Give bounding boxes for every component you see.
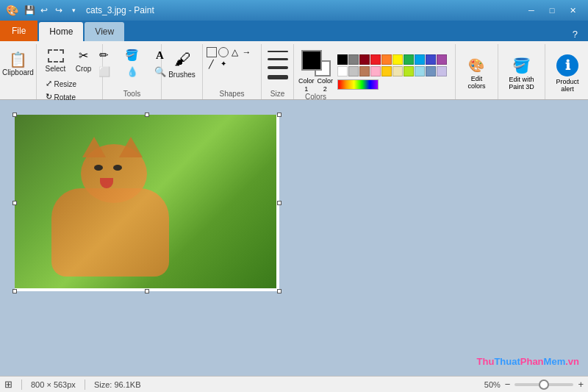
handle-top-left[interactable] — [12, 113, 17, 117]
handle-top-right[interactable] — [277, 113, 282, 117]
canvas-wrapper[interactable] — [15, 115, 279, 291]
zoom-out-btn[interactable]: − — [505, 379, 511, 390]
palette-color[interactable] — [415, 54, 425, 65]
size-content — [266, 46, 290, 88]
color-picker-btn[interactable]: 💧 — [119, 65, 146, 79]
save-quick-btn[interactable]: 💾 — [23, 4, 36, 17]
handle-bottom-right[interactable] — [277, 289, 282, 293]
color1-num: 1 — [304, 85, 308, 93]
color-picker-icon: 💧 — [126, 66, 138, 77]
product-alert-btn[interactable]: ℹ Productalert — [550, 51, 584, 96]
edit-colors-btn[interactable]: 🎨 Editcolors — [463, 56, 490, 91]
palette-color[interactable] — [337, 54, 348, 65]
brushes-btn[interactable]: 🖌 Brushes — [165, 46, 200, 84]
edit-colors-group: 🎨 Editcolors — [456, 44, 498, 99]
size-line-3[interactable] — [268, 66, 288, 69]
eraser-btn[interactable]: ⬜ — [91, 65, 118, 79]
edit-colors-label: Editcolors — [467, 75, 485, 90]
clipboard-content: 📋 Clipboard — [1, 46, 36, 98]
palette-color[interactable] — [392, 66, 403, 76]
palette-color[interactable] — [404, 54, 414, 65]
handle-mid-right[interactable] — [277, 201, 282, 205]
palette-color[interactable] — [348, 66, 359, 76]
palette-color[interactable] — [337, 66, 348, 76]
product-alert-content: ℹ Productalert — [550, 46, 584, 98]
palette-color[interactable] — [426, 66, 436, 76]
minimize-btn[interactable]: ─ — [522, 3, 541, 18]
palette-color[interactable] — [359, 54, 370, 65]
shape-line[interactable]: ╱ — [207, 59, 217, 69]
palette-color[interactable] — [381, 54, 392, 65]
handle-bottom-center[interactable] — [145, 289, 149, 293]
palette-color[interactable] — [348, 54, 359, 65]
palette-color[interactable] — [370, 66, 381, 76]
palette-color[interactable] — [437, 54, 447, 65]
clipboard-group: 📋 Clipboard — [0, 44, 37, 99]
shape-rect[interactable] — [207, 47, 217, 57]
shape-ellipse[interactable] — [218, 47, 229, 57]
color1-swatch[interactable] — [301, 50, 322, 71]
tab-home[interactable]: Home — [39, 22, 83, 41]
zoom-in-btn[interactable]: + — [578, 379, 584, 390]
palette-color[interactable] — [381, 66, 392, 76]
maximize-btn[interactable]: □ — [542, 3, 562, 18]
pencil-btn[interactable]: ✏ — [91, 47, 118, 63]
tools-content: ✏ 🪣 A ⬜ 💧 🔍 — [91, 46, 173, 88]
zoom-slider[interactable] — [514, 383, 573, 386]
palette-color[interactable] — [359, 66, 370, 76]
size-line-1[interactable] — [268, 51, 288, 52]
tools-group: ✏ 🪣 A ⬜ 💧 🔍 Tools — [103, 44, 162, 99]
edit-paint3d-content: 🪣 Edit withPaint 3D — [503, 46, 540, 98]
tab-file[interactable]: File — [0, 21, 37, 41]
product-alert-group: ℹ Productalert — [545, 44, 588, 99]
edit-paint3d-label: Edit withPaint 3D — [509, 76, 534, 90]
palette-color[interactable] — [426, 54, 436, 65]
resize-btn[interactable]: ⤢ Resize — [43, 77, 87, 90]
close-btn[interactable]: ✕ — [563, 3, 582, 18]
image-content: Select ✂ Crop ⤢ Resize ↻ Rotate — [43, 46, 97, 103]
undo-quick-btn[interactable]: ↩ — [37, 4, 51, 17]
shapes-content: △ → ╱ ✦ — [207, 46, 258, 88]
palette-color[interactable] — [392, 54, 403, 65]
tools-group-label: Tools — [123, 90, 140, 98]
shape-tri[interactable]: △ — [230, 47, 240, 57]
select-icon — [48, 49, 64, 63]
palette-color[interactable] — [415, 66, 425, 76]
size-lines — [266, 46, 290, 85]
redo-quick-btn[interactable]: ↪ — [52, 4, 65, 17]
window-title: cats_3.jpg - Paint — [86, 5, 522, 15]
file-size-display: Size: 96.1KB — [94, 380, 141, 389]
palette-color[interactable] — [370, 54, 381, 65]
eraser-icon: ⬜ — [98, 66, 110, 77]
status-sep-1 — [21, 379, 22, 390]
crop-label: Crop — [76, 65, 92, 74]
handle-top-center[interactable] — [145, 113, 149, 117]
handle-mid-left[interactable] — [12, 201, 17, 205]
clipboard-btn[interactable]: 📋 Clipboard — [1, 46, 36, 84]
fill-icon: 🪣 — [125, 49, 139, 62]
palette-color[interactable] — [404, 66, 414, 76]
shape-star[interactable]: ✦ — [218, 59, 229, 69]
product-alert-icon: ℹ — [556, 54, 578, 76]
gradient-swatch[interactable] — [337, 79, 379, 90]
brushes-icon: 🖌 — [174, 50, 190, 69]
handle-bottom-left[interactable] — [12, 289, 17, 293]
dropdown-quick-btn[interactable]: ▾ — [67, 4, 80, 17]
zoom-thumb[interactable] — [539, 379, 549, 390]
help-btn[interactable]: ? — [568, 27, 582, 41]
title-bar: 🎨 💾 ↩ ↪ ▾ cats_3.jpg - Paint ─ □ ✕ — [0, 0, 588, 21]
edit-paint3d-btn[interactable]: 🪣 Edit withPaint 3D — [503, 54, 540, 93]
size-line-2[interactable] — [268, 58, 288, 60]
size-group: Size — [262, 44, 294, 99]
tab-view[interactable]: View — [85, 22, 124, 41]
shape-arrow[interactable]: → — [242, 47, 252, 57]
palette-color[interactable] — [437, 66, 447, 76]
brushes-group: 🖌 Brushes — [162, 44, 203, 99]
fill-btn[interactable]: 🪣 — [119, 47, 146, 63]
select-btn[interactable]: Select — [43, 47, 69, 75]
app-icon: 🎨 — [6, 4, 18, 16]
clipboard-label: Clipboard — [2, 68, 34, 77]
size-line-4[interactable] — [268, 75, 288, 79]
paint3d-icon: 🪣 — [512, 57, 531, 74]
frame-selector-icon[interactable]: ⊞ — [4, 379, 12, 390]
